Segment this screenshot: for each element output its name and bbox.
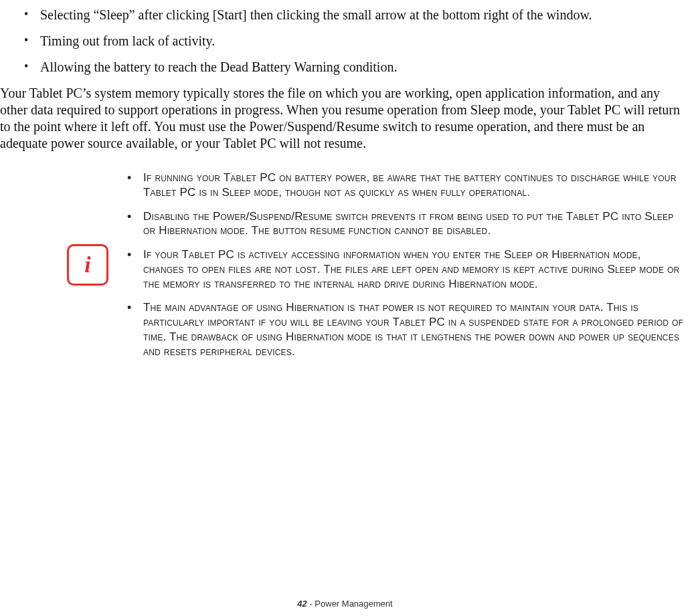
bullet-text: Disabling the Power/Suspend/Resume switc… [143, 210, 673, 237]
note-bullet-list: If running your Tablet PC on battery pow… [127, 171, 685, 358]
bullet-text: Selecting “Sleep” after clicking [Start]… [40, 7, 592, 22]
list-item: If your Tablet PC is actively accessing … [127, 247, 685, 291]
list-item: Selecting “Sleep” after clicking [Start]… [24, 7, 685, 23]
bullet-text: Timing out from lack of activity. [40, 33, 215, 48]
list-item: Allowing the battery to reach the Dead B… [24, 59, 685, 76]
bullet-text: If running your Tablet PC on battery pow… [143, 171, 677, 199]
page-number: 42 [297, 599, 307, 609]
page-footer: 42 - Power Management [0, 599, 690, 609]
info-note: i If running your Tablet PC on battery p… [0, 171, 685, 358]
body-paragraph: Your Tablet PC’s system memory typically… [0, 85, 685, 152]
list-item: Disabling the Power/Suspend/Resume switc… [127, 209, 685, 239]
section-title: Power Management [315, 599, 392, 609]
intro-bullet-list: Selecting “Sleep” after clicking [Start]… [24, 7, 685, 76]
bullet-text: The main advantage of using Hibernation … [143, 301, 683, 357]
list-item: Timing out from lack of activity. [24, 33, 685, 49]
bullet-text: Allowing the battery to reach the Dead B… [40, 60, 397, 74]
list-item: If running your Tablet PC on battery pow… [127, 171, 685, 200]
info-note-body: If running your Tablet PC on battery pow… [127, 171, 685, 358]
info-icon-column: i [67, 244, 108, 286]
info-icon: i [67, 244, 108, 286]
bullet-text: If your Tablet PC is actively accessing … [143, 248, 680, 290]
list-item: The main advantage of using Hibernation … [127, 300, 685, 358]
info-icon-glyph: i [84, 253, 90, 276]
footer-separator: - [307, 599, 315, 609]
